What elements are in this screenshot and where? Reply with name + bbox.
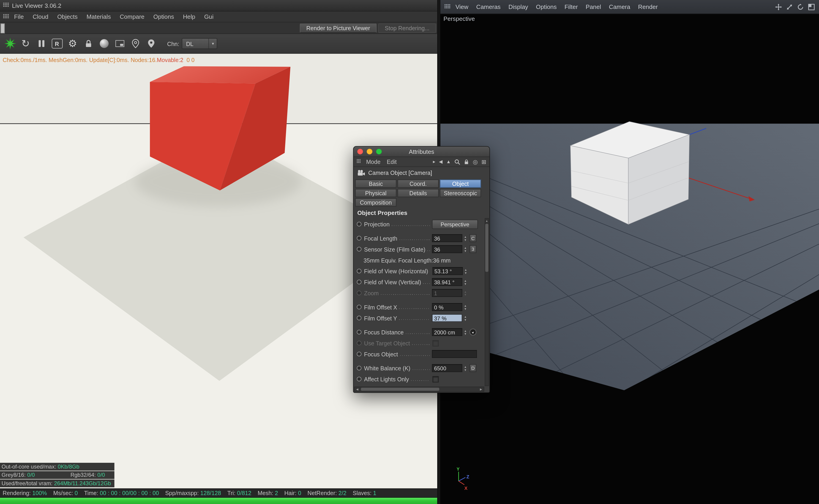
spinner-up-icon[interactable]: ▲: [463, 290, 468, 293]
pick-focus-pin-icon[interactable]: [144, 37, 158, 50]
render-region-icon[interactable]: [113, 37, 126, 50]
channel-dropdown[interactable]: DL ▼: [182, 38, 217, 49]
spinner-up-icon[interactable]: ▲: [463, 235, 468, 238]
tab-physical[interactable]: Physical: [355, 189, 396, 197]
value-field[interactable]: 0 %: [432, 303, 462, 311]
pan-view-icon[interactable]: [775, 3, 782, 10]
menu-item-file[interactable]: File: [14, 14, 24, 20]
attributes-titlebar[interactable]: Attributes: [353, 147, 490, 157]
value-field[interactable]: 36: [432, 234, 462, 242]
pause-render-icon[interactable]: [35, 37, 48, 50]
zoom-button[interactable]: [376, 149, 382, 154]
clipped-side-button[interactable]: C: [470, 234, 477, 242]
tab-details[interactable]: Details: [397, 189, 439, 197]
spinner-down-icon[interactable]: ▼: [463, 249, 468, 252]
menu-item-objects[interactable]: Objects: [57, 14, 78, 20]
up-icon[interactable]: ▲: [446, 159, 451, 164]
tab-coord[interactable]: Coord.: [397, 179, 439, 188]
value-dropdown[interactable]: Perspective: [432, 219, 478, 229]
menu-item-help[interactable]: Help: [183, 14, 195, 20]
keyframe-dot-icon[interactable]: [357, 269, 361, 274]
keyframe-dot-icon[interactable]: [357, 352, 361, 356]
keyframe-dot-icon[interactable]: [357, 222, 361, 227]
menu-item-gui[interactable]: Gui: [204, 14, 213, 20]
spinner-down-icon[interactable]: ▼: [463, 282, 468, 285]
attr-menu-mode[interactable]: Mode: [366, 159, 380, 165]
keyframe-dot-icon[interactable]: [357, 236, 361, 241]
clipped-side-button[interactable]: D: [470, 364, 477, 372]
keyframe-dot-icon[interactable]: [357, 341, 361, 346]
keyframe-dot-icon[interactable]: [357, 366, 361, 371]
scroll-up-icon[interactable]: ▲: [486, 219, 488, 223]
viewport-menu-cameras[interactable]: Cameras: [476, 4, 501, 10]
lock-resolution-icon[interactable]: [82, 37, 95, 50]
spinner-up-icon[interactable]: ▲: [463, 279, 468, 282]
toggle-panel-icon[interactable]: [808, 3, 815, 10]
value-field[interactable]: 37 %: [432, 314, 462, 322]
rotate-view-icon[interactable]: [797, 3, 804, 10]
region-r-icon[interactable]: R: [50, 37, 64, 50]
attr-object-header[interactable]: Camera Object [Camera]: [353, 167, 490, 178]
viewport-menu-filter[interactable]: Filter: [565, 4, 578, 10]
horizontal-scroll-thumb[interactable]: [361, 388, 439, 391]
vertical-scroll-thumb[interactable]: [485, 224, 489, 272]
close-button[interactable]: [357, 149, 363, 154]
keyframe-dot-icon[interactable]: [357, 247, 361, 252]
spinner-up-icon[interactable]: ▲: [463, 365, 468, 368]
scroll-left-icon[interactable]: ◀: [355, 388, 360, 391]
spinner-down-icon[interactable]: ▼: [463, 271, 469, 274]
value-field[interactable]: 36: [432, 245, 462, 253]
checkbox-affect-lights-only[interactable]: [433, 376, 439, 382]
keyframe-dot-icon[interactable]: [357, 330, 361, 335]
viewport-menu-view[interactable]: View: [456, 4, 469, 10]
stop-rendering-button[interactable]: Stop Rendering...: [378, 24, 436, 33]
spinner-down-icon[interactable]: ▼: [463, 238, 468, 241]
vertical-scrollbar[interactable]: ▲: [485, 218, 489, 386]
attr-menu-edit[interactable]: Edit: [387, 159, 397, 165]
value-field[interactable]: 53.13 °: [433, 267, 463, 275]
menu-item-options[interactable]: Options: [153, 14, 174, 20]
menu-item-materials[interactable]: Materials: [87, 14, 111, 20]
target-icon[interactable]: ◎: [473, 159, 478, 165]
viewport-menu-display[interactable]: Display: [509, 4, 528, 10]
value-field[interactable]: 38.941 °: [432, 278, 462, 286]
keyframe-dot-icon[interactable]: [357, 305, 361, 309]
value-field[interactable]: 1: [432, 289, 462, 297]
spinner-down-icon[interactable]: ▼: [463, 318, 468, 321]
tab-basic[interactable]: Basic: [355, 179, 396, 188]
menu-item-compare[interactable]: Compare: [120, 14, 144, 20]
spinner-up-icon[interactable]: ▲: [463, 304, 468, 307]
live-viewer-titlebar[interactable]: Live Viewer 3.06.2: [0, 0, 437, 11]
tab-composition[interactable]: Composition: [355, 198, 396, 206]
viewport-scene[interactable]: [441, 14, 819, 504]
viewport-menu-options[interactable]: Options: [536, 4, 557, 10]
viewport-menu-camera[interactable]: Camera: [609, 4, 630, 10]
menu-item-cloud[interactable]: Cloud: [33, 14, 49, 20]
horizontal-scrollbar[interactable]: ◀ ▶: [354, 387, 484, 392]
keyframe-dot-icon[interactable]: [357, 280, 361, 285]
spinner-up-icon[interactable]: ▲: [463, 329, 468, 332]
value-field[interactable]: 2000 cm: [432, 328, 462, 336]
spinner-up-icon[interactable]: ▲: [463, 268, 469, 271]
minimize-button[interactable]: [367, 149, 372, 154]
checkbox-use-target-object[interactable]: [433, 340, 439, 346]
panel-grip[interactable]: [0, 24, 5, 33]
render-to-picture-viewer-button[interactable]: Render to Picture Viewer: [300, 24, 376, 33]
spinner-down-icon[interactable]: ▼: [463, 307, 468, 310]
add-panel-icon[interactable]: ⊞: [482, 159, 486, 165]
search-icon[interactable]: [455, 159, 460, 165]
spinner-down-icon[interactable]: ▼: [463, 332, 468, 335]
keyframe-dot-icon[interactable]: [357, 377, 361, 382]
link-field[interactable]: [432, 350, 477, 358]
keyframe-dot-icon[interactable]: [357, 316, 361, 320]
tab-object[interactable]: Object: [440, 179, 481, 188]
tab-stereoscopic[interactable]: Stereoscopic: [440, 189, 481, 197]
material-ball-icon[interactable]: [97, 37, 111, 50]
keyframe-dot-icon[interactable]: [357, 291, 361, 295]
zoom-view-icon[interactable]: [786, 3, 793, 10]
spinner-down-icon[interactable]: ▼: [463, 368, 468, 371]
viewport-camera-label[interactable]: Perspective: [444, 16, 475, 22]
scroll-right-icon[interactable]: ▶: [479, 388, 484, 391]
pick-material-pin-icon[interactable]: [128, 37, 142, 50]
lock-icon[interactable]: [464, 159, 469, 165]
